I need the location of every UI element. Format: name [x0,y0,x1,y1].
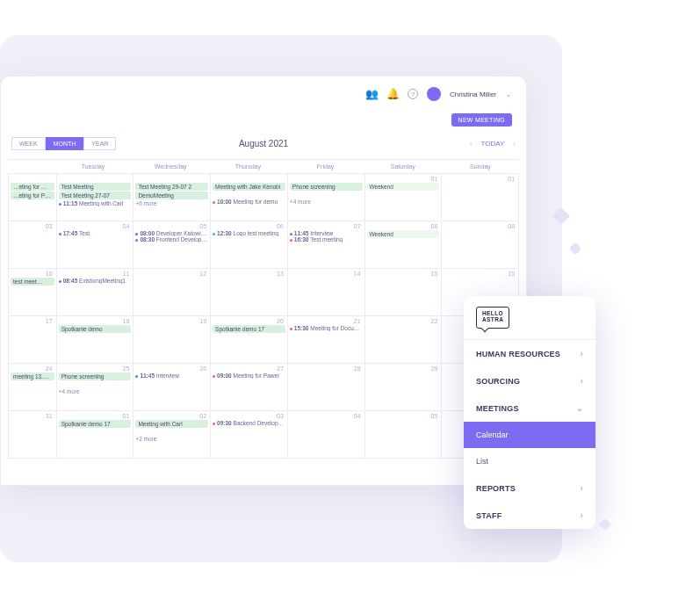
day-cell[interactable]: 15 [365,269,443,316]
day-number: 07 [354,223,361,229]
day-number: 11 [123,271,130,277]
more-events[interactable]: +6 more [135,200,208,206]
week-row: 3101Spotkanie demo 1702Meeting with Carl… [8,411,519,459]
event-item[interactable]: 10:00 Meeting for demo [213,199,285,205]
day-cell[interactable]: 29 [365,364,443,411]
day-cell[interactable]: 0508:00 Developer Katowic…08:30 Frontend… [134,221,211,269]
help-icon[interactable]: ? [408,89,418,99]
event-item[interactable]: 09:30 Backend Develope… [213,420,285,426]
day-cell[interactable]: 12 [134,269,211,316]
logo[interactable]: HELLO ASTRA [464,296,595,340]
day-cell[interactable]: 0309:30 Backend Develope… [211,411,288,459]
event-item[interactable]: 11:45 Interview [135,373,208,379]
day-cell[interactable]: 2611:45 Interview [134,364,211,411]
day-cell[interactable]: 01Weekend [365,174,443,221]
day-cell[interactable]: 0417:45 Test [57,221,134,269]
sidebar-item-sourcing[interactable]: SOURCING› [464,367,595,394]
event-item[interactable]: Meeting with Jake Kenobi [213,183,285,191]
prev-icon[interactable]: ‹ [470,140,473,148]
avatar[interactable] [427,87,441,101]
sidebar-subitem-list[interactable]: List [464,448,595,474]
event-item[interactable]: Spotkanie demo 17 [59,420,132,428]
event-item[interactable]: …eting for Monday [11,183,54,191]
day-cell[interactable]: 08Weekend [365,221,443,269]
day-cell[interactable]: 2115:30 Meeting for Docu… [288,316,365,364]
event-item[interactable]: Phone screening [59,373,132,380]
sidebar-item-human-resources[interactable]: HUMAN RESOURCES› [464,340,595,367]
more-events[interactable]: +4 more [290,199,363,205]
day-cell[interactable]: 22 [365,316,443,364]
event-item[interactable]: DemoMeeting [135,192,208,199]
event-item[interactable]: 17:45 Test [59,230,132,236]
event-item[interactable]: Test Meeting 29-07 2 [135,183,208,191]
event-item[interactable]: Weekend [367,230,440,238]
event-item[interactable]: 16:30 Test meeting [290,236,363,242]
event-item[interactable]: test meet… [11,278,54,286]
day-cell[interactable]: 0612:30 Logo test meeting [211,221,288,269]
event-item[interactable]: Phone screening [290,183,363,191]
day-number: 04 [123,223,130,229]
event-item[interactable]: 12:30 Logo test meeting [213,230,285,236]
day-cell[interactable]: 01Spotkanie demo 17 [57,411,134,459]
app-header: 👥 🔔 ? Christina Miller ⌄ [8,85,519,108]
day-cell[interactable]: 01 [442,174,519,221]
event-item[interactable]: …eting for Pawel [11,192,54,199]
event-item[interactable]: 11:15 Meeting with Carl [59,200,132,206]
event-item[interactable]: Test Meeting 27-07 [59,192,132,199]
event-item[interactable]: 08:00 Developer Katowic… [135,230,208,236]
day-cell[interactable]: 14 [288,269,365,316]
day-cell[interactable]: 24meeting 13.08 2 [8,364,57,411]
sidebar-item-meetings[interactable]: MEETINGS⌄ [464,394,595,422]
today-button[interactable]: TODAY [481,140,505,148]
day-number: 10 [46,271,53,277]
event-item[interactable]: Spotkanie demo 17 [213,325,285,333]
more-events[interactable]: +4 more [59,388,132,394]
sidebar-subitem-calendar[interactable]: Calendar [464,422,595,448]
event-item[interactable]: Weekend [367,183,440,191]
day-cell[interactable]: Test Meeting 29-07 2DemoMeeting+6 more [134,174,211,221]
day-cell[interactable]: 0711:45 Interview16:30 Test meeting [288,221,365,269]
event-item[interactable]: 11:45 Interview [290,230,363,236]
view-tab-month[interactable]: MONTH [46,137,84,150]
day-cell[interactable]: 17 [8,316,57,364]
event-item[interactable]: Meeting with Carl [135,420,208,428]
day-cell[interactable]: Test MeetingTest Meeting 27-0711:15 Meet… [57,174,134,221]
day-cell[interactable]: Phone screening+4 more [288,174,365,221]
person-add-icon[interactable]: 👥 [365,88,378,100]
event-item[interactable]: Spotkanie demo [59,325,132,333]
event-item[interactable]: 15:30 Meeting for Docu… [290,325,363,331]
day-cell[interactable]: 20Spotkanie demo 17 [211,316,288,364]
more-events[interactable]: +2 more [135,436,208,442]
day-cell[interactable]: 1108:45 ExistiongMeeting1 [57,269,134,316]
event-item[interactable]: Test Meeting [59,183,132,191]
sidebar-item-label: HUMAN RESOURCES [476,350,560,358]
day-cell[interactable]: 31 [8,411,57,459]
day-cell[interactable]: 19 [134,316,211,364]
event-item[interactable]: 09:00 Meeting for Pawel [213,373,285,379]
sidebar-item-reports[interactable]: REPORTS› [464,474,595,502]
day-cell[interactable]: Meeting with Jake Kenobi10:00 Meeting fo… [211,174,288,221]
new-meeting-button[interactable]: NEW MEETING [451,113,512,127]
event-item[interactable]: 08:30 Frontend Develope… [135,236,208,242]
view-tab-week[interactable]: WEEK [11,137,46,150]
day-cell[interactable]: …eting for Monday…eting for Pawel [8,174,57,221]
day-cell[interactable]: 05 [365,411,443,459]
day-cell[interactable]: 25Phone screening+4 more [57,364,134,411]
event-item[interactable]: meeting 13.08 2 [11,373,54,380]
day-cell[interactable]: 18Spotkanie demo [57,316,134,364]
day-cell[interactable]: 04 [288,411,365,459]
event-item[interactable]: 08:45 ExistiongMeeting1 [59,278,132,284]
day-cell[interactable]: 28 [288,364,365,411]
day-cell[interactable]: 08 [442,221,519,269]
day-cell[interactable]: 03 [8,221,57,269]
bell-icon[interactable]: 🔔 [386,88,399,100]
next-icon[interactable]: › [513,140,516,148]
day-number: 08 [508,223,515,229]
chevron-down-icon[interactable]: ⌄ [505,90,512,98]
day-cell[interactable]: 02Meeting with Carl+2 more [134,411,211,459]
day-cell[interactable]: 2709:00 Meeting for Pawel [211,364,288,411]
sidebar-item-staff[interactable]: STAFF› [464,502,595,529]
view-tab-year[interactable]: YEAR [83,137,116,150]
day-cell[interactable]: 10test meet… [8,269,57,316]
day-cell[interactable]: 13 [211,269,288,316]
